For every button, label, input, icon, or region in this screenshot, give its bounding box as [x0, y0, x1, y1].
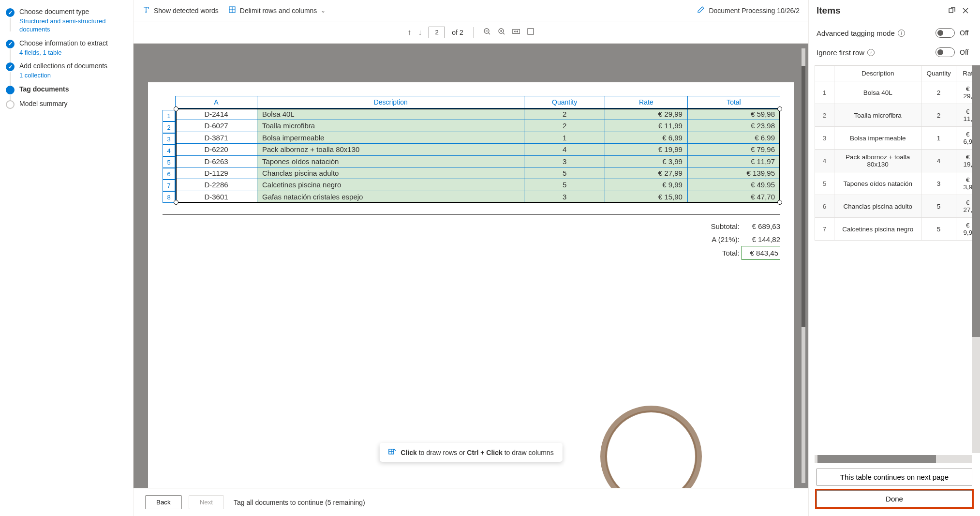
panel-row-index: 6 — [815, 195, 834, 218]
subtotal-label: Subtotal: — [711, 222, 740, 230]
page-up-icon[interactable]: ↑ — [407, 28, 411, 37]
info-icon[interactable]: i — [867, 49, 875, 56]
wizard-step[interactable]: Model summary — [6, 99, 128, 109]
table-row[interactable]: D-6263Tapones oídos natación3€ 3,99€ 11,… — [176, 155, 780, 167]
cell-desc: Bolsa impermeable — [257, 132, 524, 143]
row-number[interactable]: 6 — [163, 168, 175, 180]
canvas-scrollbar[interactable] — [802, 48, 805, 483]
ignore-label: Ignore first row — [817, 48, 864, 57]
panel-vertical-scrollbar[interactable] — [972, 65, 980, 453]
close-icon[interactable] — [959, 4, 972, 17]
items-table[interactable]: ADescriptionQuantityRateTotal D-2414Bols… — [175, 96, 780, 203]
wizard-step[interactable]: Choose document typeStructured and semi-… — [6, 7, 128, 34]
cell-code: D-6220 — [176, 144, 257, 155]
table-row[interactable]: D-6027Toalla microfibra2€ 11,99€ 23,98 — [176, 120, 780, 132]
table-row[interactable]: D-2414Bolsa 40L2€ 29,99€ 59,98 — [176, 108, 780, 120]
ignore-first-row-toggle[interactable] — [935, 47, 955, 57]
edit-icon — [697, 6, 705, 15]
text-detect-icon — [142, 6, 150, 15]
delimit-rows-columns[interactable]: Delimit rows and columns ⌄ — [228, 6, 326, 15]
panel-cell-qty: 2 — [921, 104, 956, 127]
panel-row-index: 5 — [815, 172, 834, 195]
tag-remaining-label: Tag all documents to continue (5 remaini… — [234, 499, 365, 506]
panel-horizontal-scrollbar[interactable] — [815, 455, 972, 463]
panel-row[interactable]: 3Bolsa impermeabl​e1€ 6,9 — [815, 127, 980, 150]
fit-width-icon[interactable] — [512, 28, 520, 37]
grid-icon — [228, 6, 236, 15]
show-detected-words[interactable]: Show detected words — [142, 6, 219, 15]
table-row[interactable]: D-2286Calcetines piscina negro5€ 9,99€ 4… — [176, 179, 780, 191]
wizard-steps-sidebar: Choose document typeStructured and semi-… — [0, 0, 133, 516]
done-button[interactable]: Done — [817, 490, 972, 507]
divider — [163, 214, 780, 215]
table-row[interactable]: D-1129Chanclas piscina adulto5€ 27,99€ 1… — [176, 167, 780, 179]
panel-column-header[interactable] — [815, 66, 834, 81]
panel-cell-desc: Tapones oídos natación — [834, 172, 921, 195]
column-header[interactable]: A — [176, 96, 257, 108]
back-button[interactable]: Back — [145, 495, 182, 509]
step-title: Model summary — [19, 99, 128, 108]
step-marker-icon — [6, 8, 15, 17]
page-of-label: of 2 — [452, 29, 463, 36]
row-number[interactable]: 3 — [163, 133, 175, 145]
panel-row[interactable]: 4Pack albornoz + toalla 80x1304€ 19, — [815, 150, 980, 172]
step-subtitle: 4 fields, 1 table — [19, 49, 128, 57]
row-number[interactable]: 1 — [163, 110, 175, 121]
advanced-tagging-toggle[interactable] — [935, 28, 955, 38]
table-draw-icon — [388, 448, 396, 457]
panel-title: Items — [817, 5, 945, 16]
row-number[interactable]: 5 — [163, 156, 175, 168]
step-subtitle: Structured and semi-structured documents — [19, 17, 128, 34]
svg-rect-4 — [528, 29, 534, 34]
popout-icon[interactable] — [945, 4, 959, 17]
row-number[interactable]: 2 — [163, 121, 175, 133]
panel-row[interactable]: 6Chanclas piscina adulto5€ 27, — [815, 195, 980, 218]
row-number[interactable]: 4 — [163, 145, 175, 156]
hint-text: Click to draw rows or Ctrl + Click to dr… — [401, 449, 553, 456]
row-number[interactable]: 8 — [163, 191, 175, 203]
cell-qty: 4 — [524, 144, 605, 155]
panel-cell-desc: Pack albornoz + toalla 80x130 — [834, 150, 921, 172]
doc-title-label: Document Processing 10/26/2 — [709, 7, 800, 15]
adv-toggle-state: Off — [960, 29, 972, 37]
panel-row-index: 3 — [815, 127, 834, 150]
fit-page-icon[interactable] — [527, 28, 535, 37]
cell-qty: 2 — [524, 108, 605, 120]
table-row[interactable]: D-6220Pack albornoz + toalla 80x1304€ 19… — [176, 144, 780, 155]
page-down-icon[interactable]: ↓ — [418, 28, 422, 37]
wizard-step[interactable]: Tag documents — [6, 85, 128, 94]
panel-row[interactable]: 7Calcetines piscina negro5€ 9,9 — [815, 218, 980, 241]
panel-row[interactable]: 1Bolsa 40L2€ 29, — [815, 81, 980, 104]
row-number[interactable]: 7 — [163, 180, 175, 191]
total-value: € 843,45 — [742, 246, 780, 260]
step-title: Choose document type — [19, 7, 128, 16]
panel-table[interactable]: DescriptionQuantityRat 1Bolsa 40L2€ 29,2… — [815, 65, 980, 241]
show-words-label: Show detected words — [154, 7, 219, 15]
panel-column-header[interactable]: Quantity — [921, 66, 956, 81]
info-icon[interactable]: i — [898, 30, 905, 37]
panel-row[interactable]: 5Tapones oídos natación3€ 3,9 — [815, 172, 980, 195]
main-content: Show detected words Delimit rows and col… — [133, 0, 808, 516]
wizard-step[interactable]: Choose information to extract4 fields, 1… — [6, 39, 128, 57]
document-canvas[interactable]: 12345678 ADescriptionQuantityRateTotal D… — [134, 44, 808, 488]
panel-row[interactable]: 2Toalla microfibra2€ 11, — [815, 104, 980, 127]
column-header[interactable]: Total — [687, 96, 780, 108]
column-header[interactable]: Rate — [605, 96, 687, 108]
zoom-in-icon[interactable] — [498, 28, 505, 37]
table-row[interactable]: D-3871Bolsa impermeable1€ 6,99€ 6,99 — [176, 132, 780, 143]
column-header[interactable]: Description — [257, 96, 524, 108]
wizard-step[interactable]: Add collections of documents1 collection — [6, 61, 128, 80]
cell-rate: € 9,99 — [605, 179, 687, 191]
advanced-tagging-toggle-row: Advanced tagging modei Off — [817, 28, 972, 38]
ignore-toggle-state: Off — [960, 48, 972, 56]
cell-total: € 23,98 — [687, 120, 780, 132]
panel-column-header[interactable]: Description — [834, 66, 921, 81]
panel-cell-desc: Toalla microfibra — [834, 104, 921, 127]
page-number-input[interactable] — [429, 27, 445, 38]
cell-total: € 11,97 — [687, 155, 780, 167]
continues-next-page-button[interactable]: This table continues on next page — [817, 469, 972, 486]
zoom-out-icon[interactable] — [483, 28, 491, 37]
table-row[interactable]: D-3601Gafas natación cristales espejo3€ … — [176, 191, 780, 202]
column-header[interactable]: Quantity — [524, 96, 605, 108]
document-title[interactable]: Document Processing 10/26/2 — [697, 6, 800, 15]
